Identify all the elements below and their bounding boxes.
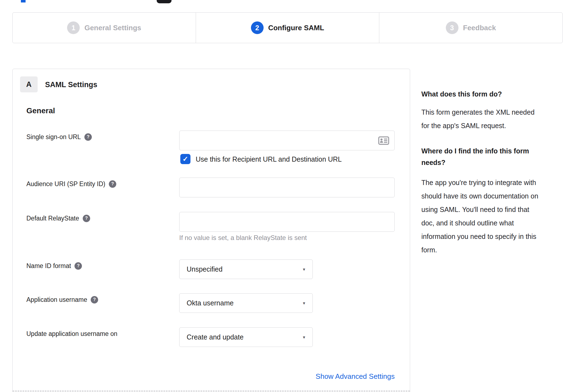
sso-url-input[interactable] bbox=[179, 131, 395, 150]
contact-card-icon[interactable] bbox=[378, 136, 389, 145]
cutoff-header-fragment bbox=[157, 0, 172, 3]
step-1-label: General Settings bbox=[84, 24, 141, 32]
step-3-label: Feedback bbox=[463, 24, 496, 32]
application-username-label: Application username bbox=[26, 296, 87, 304]
audience-uri-label-row: Audience URI (SP Entity ID) ? bbox=[26, 180, 116, 188]
name-id-format-help-icon[interactable]: ? bbox=[74, 262, 82, 270]
name-id-format-select[interactable]: Unspecified ▼ bbox=[179, 260, 313, 279]
step-3-circle: 3 bbox=[446, 21, 458, 34]
recipient-url-checkbox[interactable]: ✓ bbox=[180, 154, 190, 164]
name-id-format-label: Name ID format bbox=[26, 262, 71, 270]
update-username-label: Update application username on bbox=[26, 330, 117, 338]
step-2-label: Configure SAML bbox=[268, 24, 324, 32]
audience-uri-input[interactable] bbox=[179, 178, 395, 197]
step-feedback[interactable]: 3 Feedback bbox=[379, 13, 562, 43]
step-configure-saml[interactable]: 2 Configure SAML bbox=[196, 13, 379, 43]
help-paragraph-what: This form generates the XML needed for t… bbox=[421, 106, 571, 132]
card-section-dashed-divider bbox=[13, 391, 410, 391]
chevron-down-icon: ▼ bbox=[302, 267, 306, 272]
configure-saml-page: 1 General Settings 2 Configure SAML 3 Fe… bbox=[0, 0, 575, 392]
group-title-general: General bbox=[26, 107, 55, 115]
name-id-format-label-row: Name ID format ? bbox=[26, 262, 82, 270]
update-username-value: Create and update bbox=[187, 333, 244, 341]
help-heading-what: What does this form do? bbox=[421, 89, 571, 100]
application-username-value: Okta username bbox=[187, 299, 234, 307]
audience-uri-label: Audience URI (SP Entity ID) bbox=[26, 180, 105, 188]
sso-url-help-icon[interactable]: ? bbox=[84, 133, 92, 141]
section-title: SAML Settings bbox=[45, 81, 97, 89]
saml-settings-card: A SAML Settings General Single sign-on U… bbox=[12, 69, 410, 392]
update-username-label-row: Update application username on bbox=[26, 330, 117, 338]
application-username-label-row: Application username ? bbox=[26, 296, 98, 304]
update-username-select[interactable]: Create and update ▼ bbox=[179, 327, 313, 347]
sso-url-label-row: Single sign-on URL ? bbox=[26, 133, 92, 141]
step-1-circle: 1 bbox=[67, 21, 80, 34]
recipient-url-checkbox-label: Use this for Recipient URL and Destinati… bbox=[196, 155, 342, 164]
step-general-settings[interactable]: 1 General Settings bbox=[13, 13, 196, 43]
step-2-circle: 2 bbox=[251, 21, 264, 34]
name-id-format-value: Unspecified bbox=[187, 265, 223, 273]
cutoff-logo-fragment bbox=[21, 0, 26, 2]
default-relaystate-help-icon[interactable]: ? bbox=[83, 215, 90, 222]
chevron-down-icon: ▼ bbox=[302, 335, 306, 339]
default-relaystate-label-row: Default RelayState ? bbox=[26, 214, 90, 222]
default-relaystate-hint: If no value is set, a blank RelayState i… bbox=[179, 234, 307, 242]
application-username-help-icon[interactable]: ? bbox=[91, 296, 98, 303]
show-advanced-settings-link[interactable]: Show Advanced Settings bbox=[179, 372, 395, 381]
help-heading-where: Where do I find the info this form needs… bbox=[421, 145, 571, 168]
default-relaystate-label: Default RelayState bbox=[26, 214, 79, 222]
wizard-stepper: 1 General Settings 2 Configure SAML 3 Fe… bbox=[12, 12, 563, 43]
audience-uri-help-icon[interactable]: ? bbox=[109, 180, 116, 188]
help-paragraph-where: The app you're trying to integrate with … bbox=[421, 176, 571, 257]
application-username-select[interactable]: Okta username ▼ bbox=[179, 293, 313, 313]
section-badge: A bbox=[20, 76, 38, 92]
help-panel: What does this form do? This form genera… bbox=[421, 89, 571, 257]
sso-url-label: Single sign-on URL bbox=[26, 133, 81, 141]
checkmark-icon: ✓ bbox=[183, 155, 188, 163]
default-relaystate-input[interactable] bbox=[179, 212, 395, 232]
chevron-down-icon: ▼ bbox=[302, 301, 306, 305]
